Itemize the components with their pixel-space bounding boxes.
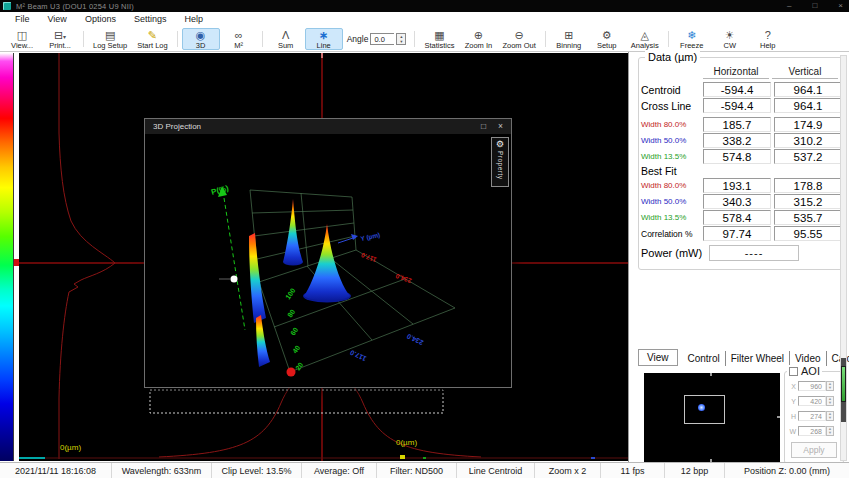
projection-3d-plot[interactable]: P(%) 100 80 60 40 20 Y (µm) <box>145 134 511 387</box>
side-wall-projection-2 <box>256 315 270 367</box>
y-axis-label: Y (µm) <box>360 231 381 243</box>
close-button[interactable]: × <box>838 0 843 12</box>
table-row: Width 50.0% 338.2 310.2 <box>641 133 846 148</box>
fit-width50-horizontal-value: 340.3 <box>703 194 771 209</box>
aoi-w-input[interactable]: 268 <box>798 426 826 436</box>
red-origin-dot[interactable] <box>287 368 296 377</box>
wireframe-grid <box>250 190 455 372</box>
tab-filter-wheel[interactable]: Filter Wheel <box>726 351 790 366</box>
right-panel: Data (µm) Horizontal Vertical Centroid -… <box>628 52 849 462</box>
log-setup-button[interactable]: ▤ Log Setup <box>88 28 132 50</box>
table-row: Correlation % 97.74 95.55 <box>641 226 846 241</box>
zoom-out-icon: ⊖ <box>514 29 523 41</box>
gain-slider-thumb[interactable] <box>841 366 846 402</box>
aoi-w-spinner[interactable]: ▲▼ <box>826 426 834 436</box>
aoi-y-input[interactable]: 420 <box>798 396 826 406</box>
toolbar-separator <box>668 31 669 47</box>
property-tab[interactable]: ⚙ Property <box>491 137 509 187</box>
projection-window[interactable]: 3D Projection □ × ⚙ Property <box>144 118 512 388</box>
white-marker-dot[interactable] <box>231 276 238 283</box>
analysis-button[interactable]: ◬ Analysis <box>626 28 664 50</box>
menu-settings[interactable]: Settings <box>125 12 176 27</box>
spinner-down-icon[interactable]: ▾ <box>397 39 405 44</box>
view-icon: ◫ <box>17 29 27 41</box>
zoom-out-button[interactable]: ⊖ Zoom Out <box>497 28 540 50</box>
statistics-button[interactable]: ▦ Statistics <box>419 28 459 50</box>
projection-body: ⚙ Property <box>145 134 511 387</box>
zoom-in-button[interactable]: ⊕ Zoom In <box>459 28 497 50</box>
freeze-icon: ❄ <box>687 29 696 41</box>
scanline-teal <box>19 457 45 459</box>
sum-button[interactable]: Λ Sum <box>267 28 305 50</box>
aoi-rectangle[interactable] <box>684 395 725 424</box>
data-panel: Data (µm) Horizontal Vertical Centroid -… <box>638 57 847 270</box>
aoi-h-input[interactable]: 274 <box>798 411 826 421</box>
setup-button[interactable]: ⚙ Setup <box>588 28 626 50</box>
menu-file[interactable]: File <box>6 12 39 27</box>
analysis-icon: ◬ <box>641 29 649 41</box>
view-button[interactable]: ◫ View... <box>3 28 41 50</box>
angle-control: Angle 0.0 ▴▾ <box>343 27 411 51</box>
svg-text:234.0: 234.0 <box>405 333 424 347</box>
start-log-button[interactable]: ✎ Start Log <box>132 28 172 50</box>
camera-preview[interactable] <box>644 373 780 462</box>
vertical-header: Vertical <box>772 66 838 79</box>
svg-text:117.0: 117.0 <box>349 349 368 363</box>
projection-maximize-button[interactable]: □ <box>481 119 486 134</box>
m2-button[interactable]: ∞ M² <box>220 28 258 50</box>
vertical-axis-zero-label: 0(µm) <box>60 443 81 452</box>
aoi-x-field: X 960 ▲▼ <box>788 380 843 392</box>
aoi-x-input[interactable]: 960 <box>798 381 826 391</box>
property-tab-label: Property <box>497 151 504 180</box>
tab-video[interactable]: Video <box>790 351 826 366</box>
aoi-label: AOI <box>801 365 820 377</box>
correlation-vertical-value: 95.55 <box>774 226 842 241</box>
data-column-headers: Horizontal Vertical <box>641 66 846 79</box>
aoi-checkbox[interactable] <box>789 367 798 376</box>
app-icon <box>3 2 11 10</box>
aoi-x-spinner[interactable]: ▲▼ <box>826 381 834 391</box>
menu-help[interactable]: Help <box>175 12 212 27</box>
log-setup-icon: ▤ <box>105 29 115 41</box>
angle-input[interactable]: 0.0 <box>370 33 394 45</box>
menu-options[interactable]: Options <box>76 12 125 27</box>
menu-view[interactable]: View <box>39 12 76 27</box>
aoi-panel: AOI X 960 ▲▼ Y 420 ▲▼ H 274 ▲▼ W 268 ▲▼ <box>784 371 844 464</box>
fit-width135-horizontal-value: 578.4 <box>703 210 771 225</box>
help-button[interactable]: ? Help <box>749 28 787 50</box>
width135-vertical-value: 537.2 <box>774 149 842 164</box>
aoi-h-spinner[interactable]: ▲▼ <box>826 411 834 421</box>
table-row: Centroid -594.4 964.1 <box>641 82 846 97</box>
aoi-y-spinner[interactable]: ▲▼ <box>826 396 834 406</box>
minimize-button[interactable]: – <box>787 0 791 12</box>
maximize-button[interactable]: □ <box>812 0 817 12</box>
svg-text:234.0: 234.0 <box>394 272 412 284</box>
freeze-button[interactable]: ❄ Freeze <box>673 28 711 50</box>
projection-close-button[interactable]: × <box>498 119 503 134</box>
fit-width50-vertical-value: 315.2 <box>774 194 842 209</box>
tab-control[interactable]: Control <box>683 351 726 366</box>
gain-slider-track[interactable] <box>840 55 847 461</box>
setup-icon: ⚙ <box>602 29 612 41</box>
toolbar-separator <box>545 31 546 47</box>
projection-title-bar[interactable]: 3D Projection □ × <box>145 119 511 134</box>
line-button[interactable]: ∗ Line <box>305 28 343 50</box>
apply-button[interactable]: Apply <box>791 442 837 458</box>
binning-button[interactable]: ⊞ Binning <box>550 28 588 50</box>
binning-icon: ⊞ <box>564 29 573 41</box>
fit-width80-vertical-value: 178.8 <box>774 178 842 193</box>
print-button[interactable]: ⊟▾ Print... <box>41 28 79 50</box>
vertical-profile-curve <box>59 53 115 459</box>
print-icon: ⊟▾ <box>54 29 66 41</box>
width80-horizontal-value: 185.7 <box>703 117 771 132</box>
z-axis: P(%) <box>210 184 245 330</box>
toolbar-separator <box>177 31 178 47</box>
aoi-dashed-rectangle[interactable] <box>150 390 443 413</box>
m2-icon: ∞ <box>235 29 243 41</box>
panel-tabs: View Control Filter Wheel Video Calculat… <box>638 349 849 366</box>
3d-button[interactable]: ◉ 3D <box>182 28 220 50</box>
tab-view[interactable]: View <box>638 349 678 366</box>
cw-button[interactable]: ☀ CW <box>711 28 749 50</box>
angle-spinner[interactable]: ▴▾ <box>396 33 406 45</box>
menu-bar: File View Options Settings Help <box>0 12 849 27</box>
